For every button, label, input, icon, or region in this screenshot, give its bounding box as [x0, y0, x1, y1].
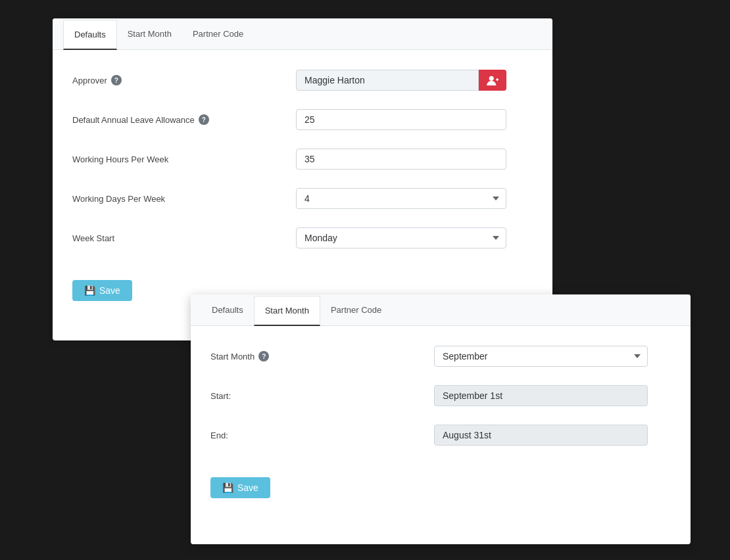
row-start-date: Start: [210, 385, 671, 406]
tab-partnercode-p1[interactable]: Partner Code [182, 18, 254, 50]
help-approver-icon[interactable]: ? [111, 75, 122, 85]
panel-defaults: Defaults Start Month Partner Code Approv… [53, 18, 552, 340]
save-button-p2[interactable]: 💾 Save [210, 477, 270, 498]
save-icon-p1: 💾 [84, 285, 95, 296]
tab-defaults-p2[interactable]: Defaults [201, 294, 254, 326]
annual-leave-input[interactable] [296, 109, 506, 130]
row-working-hours: Working Hours Per Week [72, 149, 533, 170]
label-week-start: Week Start [72, 233, 296, 243]
row-start-month: Start Month ? January February March Apr… [210, 346, 671, 367]
label-working-days: Working Days Per Week [72, 194, 296, 204]
approver-input[interactable] [296, 70, 479, 91]
tabs-panel1: Defaults Start Month Partner Code [53, 18, 552, 50]
row-week-start: Week Start Monday Tuesday Wednesday Thur… [72, 227, 533, 248]
row-end-date: End: [210, 425, 671, 446]
start-date-input [434, 385, 648, 406]
row-annual-leave: Default Annual Leave Allowance ? [72, 109, 533, 130]
end-date-input [434, 425, 648, 446]
row-approver: Approver ? [72, 70, 533, 91]
save-button-p1[interactable]: 💾 Save [72, 280, 132, 301]
svg-point-0 [489, 76, 494, 81]
label-start-date: Start: [210, 391, 434, 401]
tab-defaults-p1[interactable]: Defaults [63, 20, 117, 50]
panel-startmonth: Defaults Start Month Partner Code Start … [191, 294, 691, 544]
label-approver: Approver ? [72, 75, 296, 85]
label-end-date: End: [210, 431, 434, 440]
label-annual-leave: Default Annual Leave Allowance ? [72, 114, 296, 125]
form-startmonth: Start Month ? January February March Apr… [191, 326, 691, 471]
help-annual-leave-icon[interactable]: ? [199, 114, 209, 125]
tab-startmonth-p1[interactable]: Start Month [117, 18, 182, 50]
tabs-panel2: Defaults Start Month Partner Code [191, 294, 691, 326]
add-approver-button[interactable] [479, 70, 506, 91]
form-defaults: Approver ? Default Annual Leave Allowan [53, 50, 552, 273]
working-days-select[interactable]: 4 1 2 3 5 6 7 [296, 188, 506, 209]
label-start-month: Start Month ? [210, 351, 434, 362]
label-working-hours: Working Hours Per Week [72, 154, 296, 164]
approver-input-group [296, 70, 506, 91]
save-icon-p2: 💾 [222, 482, 233, 493]
help-start-month-icon[interactable]: ? [258, 351, 269, 362]
tab-partnercode-p2[interactable]: Partner Code [320, 294, 392, 326]
tab-startmonth-p2[interactable]: Start Month [254, 296, 320, 326]
working-hours-input[interactable] [296, 149, 506, 170]
week-start-select[interactable]: Monday Tuesday Wednesday Thursday Friday… [296, 227, 506, 248]
row-working-days: Working Days Per Week 4 1 2 3 5 6 7 [72, 188, 533, 209]
start-month-select[interactable]: January February March April May June Ju… [434, 346, 648, 367]
